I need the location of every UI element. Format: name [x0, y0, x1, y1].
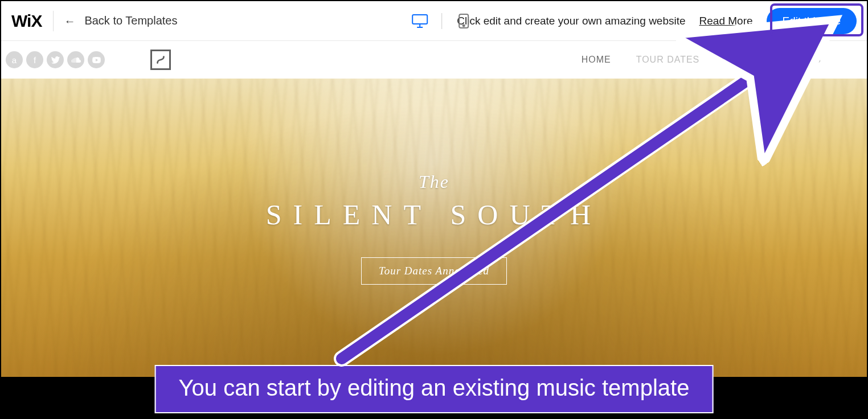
- wix-top-bar: WiX ← Back to Templates Click edit and c…: [1, 1, 867, 41]
- nav-tour-dates[interactable]: TOUR DATES: [636, 55, 700, 65]
- wix-logo: WiX: [11, 11, 42, 31]
- mobile-preview-icon[interactable]: [447, 13, 481, 29]
- device-divider: [441, 13, 442, 29]
- read-more-link[interactable]: Read More: [699, 15, 753, 27]
- nav-videos[interactable]: VIDEOS: [724, 55, 762, 65]
- hero-supertitle: The: [419, 171, 449, 192]
- site-nav: HOME TOUR DATES VIDEOS PRESS: [582, 55, 855, 65]
- desktop-preview-icon[interactable]: [403, 14, 437, 28]
- facebook-icon[interactable]: f: [26, 51, 43, 68]
- top-bar-right: Click edit and create your own amazing w…: [457, 8, 857, 34]
- amazon-icon[interactable]: a: [6, 51, 23, 68]
- promo-text: Click edit and create your own amazing w…: [457, 15, 685, 27]
- tour-dates-cta-button[interactable]: Tour Dates Announced: [361, 257, 507, 285]
- youtube-icon[interactable]: [88, 51, 105, 68]
- hero-title: SILENT SOUTH: [266, 198, 602, 231]
- device-preview-switch: [403, 1, 481, 40]
- hero-section: The SILENT SOUTH Tour Dates Announced: [1, 79, 867, 377]
- nav-home[interactable]: HOME: [582, 55, 611, 65]
- soundcloud-icon[interactable]: [67, 51, 84, 68]
- back-to-templates-link[interactable]: ← Back to Templates: [53, 11, 177, 31]
- svg-rect-0: [412, 15, 427, 24]
- band-logo-icon[interactable]: [150, 50, 171, 70]
- edit-this-site-button[interactable]: Edit this site: [767, 8, 857, 34]
- back-label: Back to Templates: [84, 14, 177, 27]
- annotation-callout: You can start by editing an existing mus…: [155, 365, 714, 413]
- svg-point-4: [463, 24, 465, 26]
- social-icons: a f: [6, 51, 105, 68]
- nav-press[interactable]: PRESS: [788, 55, 821, 65]
- template-header: a f HOME TOUR DATES VIDEOS PRESS: [1, 41, 867, 79]
- back-arrow-icon: ←: [64, 15, 75, 27]
- twitter-icon[interactable]: [47, 51, 64, 68]
